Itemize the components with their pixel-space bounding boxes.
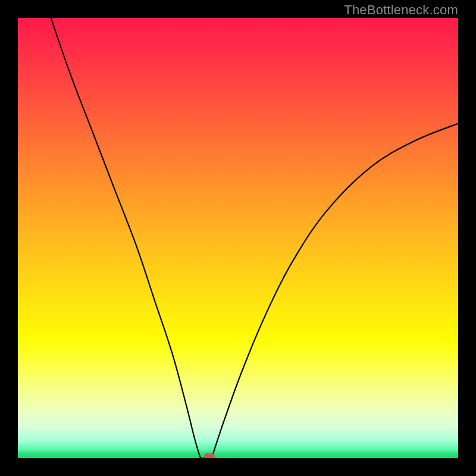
curve-right-branch: [212, 124, 458, 458]
curve-svg: [18, 18, 458, 458]
plot-area: [18, 18, 458, 458]
chart-frame: TheBottleneck.com: [0, 0, 476, 476]
curve-left-branch: [51, 18, 201, 458]
watermark-text: TheBottleneck.com: [344, 2, 458, 18]
minimum-marker: [204, 453, 215, 458]
